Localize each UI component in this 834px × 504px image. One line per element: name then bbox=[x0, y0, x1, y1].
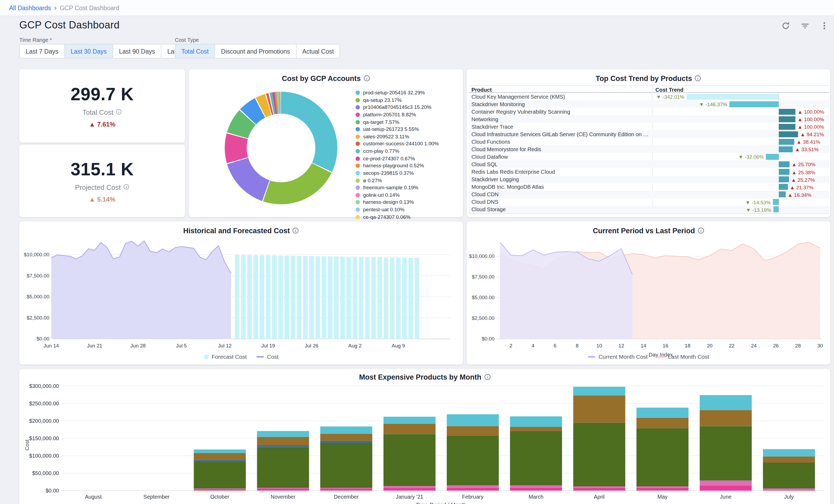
period-compare-chart[interactable]: $0.00$2,500.00$5,000.00$7,500.00$10,000.… bbox=[469, 238, 828, 358]
product-name-cell: Stackdriver Logging bbox=[469, 176, 652, 183]
table-row[interactable]: Cloud SQL▲ 25.70% bbox=[469, 160, 829, 168]
table-row[interactable]: Stackdriver Logging▲ 25.27% bbox=[469, 176, 829, 183]
trend-bar[interactable] bbox=[779, 109, 795, 114]
svg-text:24: 24 bbox=[751, 343, 757, 349]
trend-percent-label: ▲ 25.38% bbox=[792, 169, 815, 175]
donut-legend-item-1[interactable]: qa-setup 23.17% bbox=[356, 97, 461, 103]
last-month-cost-legend-icon bbox=[657, 356, 665, 358]
product-name-cell: Container Registry Vulnerability Scannin… bbox=[469, 108, 652, 115]
trend-bar[interactable] bbox=[779, 161, 789, 167]
gcp-accounts-donut-chart[interactable] bbox=[225, 92, 337, 204]
trend-percent-label: ▼ -13.19% bbox=[746, 207, 771, 213]
legend-label: pentest-uat 0.10% bbox=[363, 207, 404, 213]
trend-percent-label: ▲ 16.34% bbox=[788, 192, 811, 198]
info-icon[interactable] bbox=[698, 227, 704, 235]
donut-legend-item-7[interactable]: customer-success-244100 1.00% bbox=[356, 141, 461, 147]
trend-bar[interactable] bbox=[779, 184, 788, 190]
legend-dot-icon bbox=[356, 215, 360, 219]
more-menu-icon[interactable] bbox=[819, 20, 830, 31]
monthly-products-chart[interactable]: $0.00$50,000.00$100,000.00$150,000.00$20… bbox=[21, 382, 827, 504]
table-row[interactable]: Stackdriver Trace▲ 100.00% bbox=[469, 123, 829, 130]
donut-legend-item-13[interactable]: freemium-sample 0.19% bbox=[356, 185, 461, 191]
breadcrumb-current: GCP Cost Dashboard bbox=[60, 4, 119, 11]
legend-cost[interactable]: Cost bbox=[256, 353, 279, 360]
projected-cost-value: 315.1 K bbox=[70, 159, 134, 179]
trend-percent-label: ▲ 100.00% bbox=[797, 116, 824, 122]
trend-bar[interactable] bbox=[773, 199, 779, 205]
donut-legend-item-10[interactable]: harness-playground 0.52% bbox=[356, 163, 461, 169]
trend-bar[interactable] bbox=[779, 116, 795, 122]
historical-forecast-chart[interactable]: $0.00$2,500.00$5,000.00$7,500.00$10,000.… bbox=[21, 238, 456, 351]
table-row[interactable]: Cloud Dataflow▼ -32.06% bbox=[469, 153, 829, 160]
historical-forecast-panel: Historical and Forecasted Cost $0.00$2,5… bbox=[19, 221, 463, 365]
trend-bar[interactable] bbox=[779, 169, 789, 175]
legend-current-month-cost[interactable]: Current Month Cost bbox=[588, 353, 648, 360]
cost-type-option-total-cost[interactable]: Total Cost bbox=[175, 44, 215, 58]
table-row[interactable]: Cloud Key Management Service (KMS)▼ -342… bbox=[469, 93, 829, 100]
table-row[interactable]: Cloud Functions▲ 38.41% bbox=[469, 138, 829, 146]
table-row[interactable]: Cloud Storage▼ -13.19% bbox=[469, 206, 829, 213]
cost-type-option-discount-and-promotions[interactable]: Discount and Promotions bbox=[215, 44, 296, 58]
donut-legend-item-5[interactable]: uat-setup-261723 5.55% bbox=[356, 127, 461, 132]
cost-type-selector: Total CostDiscount and PromotionsActual … bbox=[175, 44, 340, 59]
cost-type-option-actual-cost[interactable]: Actual Cost bbox=[296, 44, 340, 58]
donut-legend-item-6[interactable]: sales-209522 3.11% bbox=[356, 134, 461, 140]
cost-trend-cell: ▼ -146.37% bbox=[652, 100, 829, 108]
column-header-cost-trend[interactable]: Cost Trend bbox=[655, 87, 683, 92]
donut-legend-item-4[interactable]: qa-target 7.57% bbox=[356, 119, 461, 125]
time-range-option-last-7-days[interactable]: Last 7 Days bbox=[20, 44, 64, 58]
dashboard-page: All Dashboards › GCP Cost Dashboard GCP … bbox=[0, 0, 834, 504]
info-icon[interactable] bbox=[484, 374, 490, 382]
legend-dot-icon bbox=[356, 105, 360, 110]
filter-icon[interactable] bbox=[800, 20, 810, 31]
legend-dot-icon bbox=[356, 135, 360, 139]
svg-text:Jun 14: Jun 14 bbox=[43, 343, 59, 349]
period-compare-panel: Current Period vs Last Period $0.00$2,50… bbox=[467, 221, 830, 365]
table-row[interactable]: Cloud Memorystore for Redis▲ 33.51% bbox=[469, 146, 829, 153]
refresh-icon[interactable] bbox=[781, 20, 791, 31]
donut-legend-item-17[interactable]: ce-qa-274307 0.06% bbox=[356, 214, 461, 220]
column-header-product[interactable]: Product bbox=[471, 87, 492, 92]
trend-bar[interactable] bbox=[766, 154, 779, 160]
legend-last-month-cost[interactable]: Last Month Cost bbox=[657, 353, 709, 360]
table-row[interactable]: Cloud CDN▲ 16.34% bbox=[469, 191, 829, 198]
trend-bar[interactable] bbox=[779, 139, 794, 145]
time-range-option-last-30-days[interactable]: Last 30 Days bbox=[64, 44, 112, 58]
trend-bar[interactable] bbox=[779, 124, 795, 130]
trend-bar[interactable] bbox=[779, 192, 786, 197]
donut-legend-item-12[interactable]: ø 0.27% bbox=[356, 178, 461, 183]
info-icon[interactable] bbox=[364, 75, 370, 83]
table-row[interactable]: Redis Labs Redis Enterprise Cloud▲ 25.38… bbox=[469, 168, 829, 176]
table-row[interactable]: Cloud DNS▼ -14.53% bbox=[469, 198, 829, 205]
info-icon[interactable] bbox=[116, 108, 122, 116]
donut-legend-item-15[interactable]: harness-design 0.13% bbox=[356, 200, 461, 205]
donut-legend-item-8[interactable]: ccm-play 0.77% bbox=[356, 149, 461, 154]
table-row[interactable]: Stackdriver Monitoring▼ -146.37% bbox=[469, 100, 829, 108]
trend-bar[interactable] bbox=[686, 93, 779, 100]
info-icon[interactable] bbox=[292, 227, 299, 235]
trend-bar[interactable] bbox=[773, 207, 779, 213]
info-icon[interactable] bbox=[123, 183, 129, 191]
legend-forecast-cost[interactable]: Forecast Cost bbox=[203, 353, 247, 360]
donut-legend-item-2[interactable]: pr10406a87045145c3 15.20% bbox=[356, 105, 461, 110]
table-row[interactable]: Container Registry Vulnerability Scannin… bbox=[469, 108, 829, 115]
donut-legend-item-14[interactable]: golink-url 0.14% bbox=[356, 193, 461, 198]
trend-bar[interactable] bbox=[729, 101, 779, 107]
svg-text:November: November bbox=[270, 494, 295, 500]
svg-text:26: 26 bbox=[773, 343, 779, 349]
donut-legend-item-9[interactable]: ce-prod-274307 0.67% bbox=[356, 156, 461, 161]
trend-bar[interactable] bbox=[779, 176, 789, 182]
table-row[interactable]: MongoDB Inc. MongoDB Atlas▲ 21.37% bbox=[469, 183, 829, 191]
table-row[interactable]: Networking▲ 100.00% bbox=[469, 115, 829, 123]
legend-label: harness-playground 0.52% bbox=[363, 163, 424, 169]
table-row[interactable]: Cloud Infrastructure Services GitLab Ser… bbox=[469, 131, 829, 138]
breadcrumb-all-dashboards-link[interactable]: All Dashboards bbox=[9, 4, 51, 11]
trend-bar[interactable] bbox=[779, 131, 798, 137]
donut-legend-item-0[interactable]: prod-setup-205416 32.29% bbox=[356, 90, 461, 96]
info-icon[interactable] bbox=[695, 75, 701, 83]
donut-legend-item-3[interactable]: platform-205701 8.82% bbox=[356, 112, 461, 118]
donut-legend-item-11[interactable]: secops-239815 0.37% bbox=[356, 171, 461, 176]
trend-bar[interactable] bbox=[779, 146, 793, 152]
donut-legend-item-16[interactable]: pentest-uat 0.10% bbox=[356, 207, 461, 213]
time-range-option-last-90-days[interactable]: Last 90 Days bbox=[113, 44, 161, 58]
